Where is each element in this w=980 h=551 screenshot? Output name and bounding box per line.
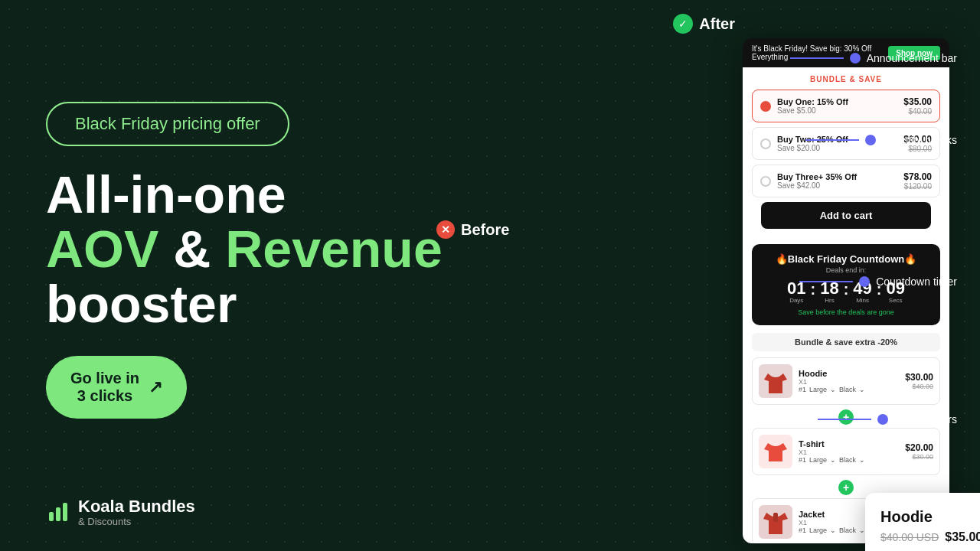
option-3-price: $78.00 [903, 171, 932, 182]
annotation-dot-1 [850, 53, 861, 64]
after-panel: ✓ After It's Black Friday! Save big: 30%… [628, 0, 980, 551]
tshirt-tag: X1 [799, 448, 899, 456]
left-panel: Black Friday pricing offer All-in-one AO… [0, 0, 612, 551]
annotation-line-4 [818, 419, 871, 420]
logo-name: Koala Bundles [78, 497, 195, 516]
hoodie-color: Black [839, 386, 856, 393]
annotation-line-2 [805, 139, 859, 141]
before-label: ✕ Before [436, 220, 509, 239]
jacket-num: #1 [799, 527, 806, 534]
headline: All-in-one AOV & Revenue booster [46, 168, 567, 331]
hoodie-tag: X1 [799, 378, 899, 386]
annotation-label-1: Announcement bar [867, 52, 957, 64]
koala-logo-icon [46, 500, 70, 524]
badge-oval: Black Friday pricing offer [46, 102, 289, 146]
qty-prices-1: $35.00 $40.00 [903, 96, 932, 116]
svg-rect-0 [49, 512, 54, 521]
jacket-image [759, 505, 792, 539]
x-icon: ✕ [436, 220, 455, 239]
tshirt-size-arrow[interactable]: ⌄ [830, 456, 836, 464]
option-1-save: Save $5.00 [777, 106, 903, 115]
headline-aov: AOV [46, 220, 158, 278]
bundle-item-tshirt: T-shirt X1 #1 Large ⌄ Black ⌄ $20.00 $30… [752, 428, 940, 475]
option-3-save: Save $42.00 [777, 181, 903, 190]
hoodie-price: $30.00 [905, 372, 933, 383]
option-1-label: Buy One: 15% Off [777, 97, 903, 106]
tshirt-color: Black [839, 456, 856, 464]
hoodie-size-arrow[interactable]: ⌄ [830, 386, 836, 393]
tshirt-svg [764, 440, 787, 463]
hoodie-name: Hoodie [799, 369, 899, 378]
radio-3 [760, 176, 771, 187]
cd-days-label: Days [787, 297, 805, 304]
tshirt-color-arrow[interactable]: ⌄ [859, 456, 865, 464]
hoodie-size: Large [809, 386, 827, 393]
logo-text-area: Koala Bundles & Discounts [78, 497, 195, 527]
svg-rect-1 [56, 507, 60, 521]
headline-and: & [173, 220, 225, 278]
annotation-countdown: Countdown timer [799, 276, 957, 288]
jacket-size: Large [809, 527, 827, 534]
bundle-save-section: BUNDLE & SAVE Buy One: 15% Off Save $5.0… [743, 67, 949, 244]
before-new-price: $35.00 USD [945, 530, 980, 544]
bundle-item-hoodie: Hoodie X1 #1 Large ⌄ Black ⌄ $30.00 $40.… [752, 357, 940, 405]
option-1-old-price: $40.00 [903, 107, 932, 116]
radio-2 [760, 139, 771, 149]
annotation-label-2: Quantity breaks [882, 134, 957, 146]
countdown-title: 🔥Black Friday Countdown🔥 [761, 253, 931, 265]
tshirt-prices: $20.00 $30.00 [905, 442, 933, 461]
annotation-announcement: Announcement bar [790, 52, 957, 64]
after-add-cart-button[interactable]: Add to cart [761, 202, 931, 229]
check-icon: ✓ [673, 14, 693, 34]
hoodie-svg [764, 367, 787, 395]
tshirt-old-price: $30.00 [905, 453, 933, 461]
svg-rect-3 [773, 513, 778, 522]
annotation-bundle: Bundle offers [818, 413, 957, 425]
annotation-line-1 [790, 57, 844, 59]
plus-2: + [838, 480, 854, 495]
logo-area: Koala Bundles & Discounts [46, 497, 195, 527]
option-3-label: Buy Three+ 35% Off [777, 172, 903, 181]
badge-text: Black Friday pricing offer [75, 114, 260, 133]
tshirt-info: T-shirt X1 #1 Large ⌄ Black ⌄ [799, 439, 899, 464]
tshirt-num: #1 [799, 456, 806, 464]
annotation-qty-breaks: Quantity breaks [805, 134, 957, 146]
before-price-row: $40.00 USD $35.00 USD Sale [880, 530, 980, 544]
hoodie-color-arrow[interactable]: ⌄ [859, 386, 865, 393]
qty-info-3: Buy Three+ 35% Off Save $42.00 [777, 172, 903, 190]
cd-hrs-label: Hrs [820, 297, 838, 304]
annotation-dot-4 [877, 414, 888, 425]
jacket-color-arrow[interactable]: ⌄ [859, 527, 865, 534]
annotation-line-3 [799, 281, 853, 282]
qty-info-1: Buy One: 15% Off Save $5.00 [777, 97, 903, 115]
hoodie-prices: $30.00 $40.00 [905, 372, 933, 390]
option-3-old-price: $120.00 [903, 182, 932, 191]
qty-option-1[interactable]: Buy One: 15% Off Save $5.00 $35.00 $40.0… [752, 90, 940, 122]
before-product-name: Hoodie [880, 508, 980, 526]
bundle-extra-title: Bundle & save extra -20% [752, 333, 940, 351]
annotation-dot-2 [865, 135, 876, 145]
hoodie-image [759, 364, 792, 398]
go-live-button[interactable]: Go live in3 clicks ↗ [46, 356, 187, 419]
tshirt-image [759, 435, 792, 468]
go-live-label: Go live in3 clicks [70, 370, 139, 405]
cd-mins-label: Mins [853, 297, 871, 304]
tshirt-size: Large [809, 456, 827, 464]
countdown-footer: Save before the deals are gone [761, 308, 931, 316]
annotation-label-4: Bundle offers [894, 413, 957, 425]
svg-rect-2 [63, 503, 67, 521]
qty-option-3[interactable]: Buy Three+ 35% Off Save $42.00 $78.00 $1… [752, 165, 940, 197]
before-text: Before [461, 221, 509, 239]
tshirt-controls: #1 Large ⌄ Black ⌄ [799, 456, 899, 464]
qty-prices-3: $78.00 $120.00 [903, 171, 932, 191]
option-1-price: $35.00 [903, 96, 932, 107]
before-old-price: $40.00 USD [880, 531, 939, 543]
tshirt-name: T-shirt [799, 439, 899, 448]
bundle-save-title: BUNDLE & SAVE [752, 75, 940, 83]
jacket-color: Black [839, 527, 856, 534]
jacket-size-arrow[interactable]: ⌄ [830, 527, 836, 534]
after-mockup: It's Black Friday! Save big: 30% Off Eve… [743, 38, 949, 543]
headline-line1: All-in-one [46, 168, 567, 222]
logo-sub: & Discounts [78, 517, 195, 527]
jacket-svg [763, 508, 788, 536]
